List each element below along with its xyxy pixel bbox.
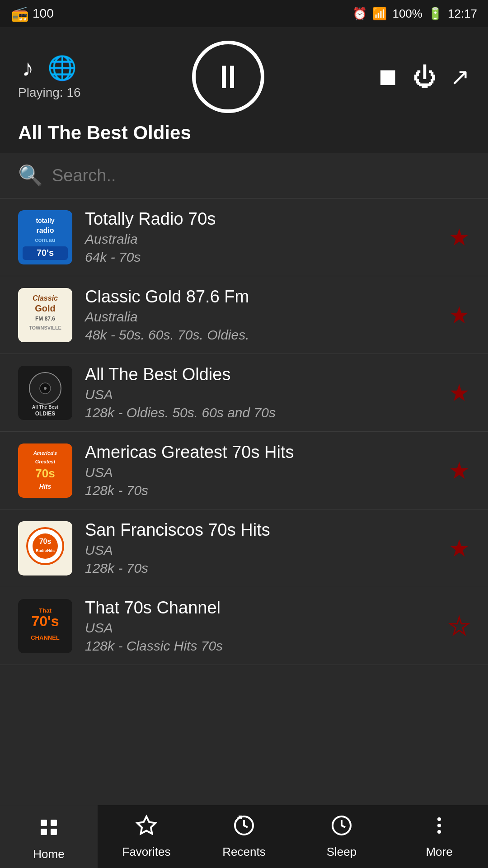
- svg-text:Greatest: Greatest: [35, 459, 56, 464]
- station-item[interactable]: All The Best OLDIES All The Best OldiesU…: [0, 354, 488, 432]
- now-playing-title: All The Best Oldies: [18, 122, 470, 144]
- station-logo: Classic Gold FM 87.6 TOWNSVILLE: [18, 288, 72, 342]
- wifi-icon: 📶: [372, 7, 387, 21]
- sleep-label: Sleep: [327, 845, 357, 859]
- svg-marker-35: [137, 816, 155, 834]
- svg-text:70's: 70's: [32, 613, 59, 629]
- recents-label: Recents: [222, 845, 265, 859]
- status-bar: 📻 100 ⏰ 📶 100% 🔋 12:17: [0, 0, 488, 27]
- station-logo: All The Best OLDIES: [18, 366, 72, 420]
- svg-text:FM 87.6: FM 87.6: [35, 316, 55, 322]
- svg-rect-33: [51, 820, 57, 826]
- battery-icon: 🔋: [428, 7, 442, 21]
- search-container: 🔍: [0, 153, 488, 198]
- station-item[interactable]: 70s RadioHits San Franciscos 70s HitsUSA…: [0, 509, 488, 587]
- station-logo: totally radio com.au 70's: [18, 210, 72, 264]
- favorite-star[interactable]: ★: [449, 613, 470, 640]
- favorite-star[interactable]: ★: [449, 224, 470, 251]
- station-item[interactable]: That 70's CHANNEL That 70s ChannelUSA128…: [0, 587, 488, 665]
- station-item[interactable]: totally radio com.au 70's Totally Radio …: [0, 198, 488, 276]
- station-details: 128k - Oldies. 50s. 60s and 70s: [85, 405, 436, 420]
- svg-text:All The Best: All The Best: [32, 405, 58, 410]
- search-icon: 🔍: [18, 164, 43, 187]
- svg-text:CHANNEL: CHANNEL: [31, 634, 60, 641]
- home-icon: [38, 817, 60, 844]
- favorite-star[interactable]: ★: [449, 535, 470, 562]
- search-input[interactable]: [52, 166, 470, 185]
- player-section: ♪ 🌐 Playing: 16 ⏸ ⏹ ⏻ ↗ All The Best Old…: [0, 27, 488, 198]
- svg-text:70's: 70's: [37, 248, 54, 258]
- station-details: 48k - 50s. 60s. 70s. Oldies.: [85, 327, 436, 343]
- nav-recents[interactable]: Recents: [195, 815, 293, 859]
- station-logo: That 70's CHANNEL: [18, 599, 72, 653]
- station-item[interactable]: America's Greatest 70s Hits Americas Gre…: [0, 432, 488, 509]
- svg-text:70s: 70s: [39, 538, 52, 545]
- svg-rect-34: [51, 829, 57, 835]
- nav-more[interactable]: More: [390, 815, 488, 859]
- battery-percent: 100%: [392, 7, 422, 21]
- station-info: San Franciscos 70s HitsUSA128k - 70s: [85, 520, 436, 576]
- svg-point-39: [437, 824, 441, 827]
- clock: 12:17: [448, 7, 477, 21]
- sleep-icon: [331, 815, 352, 841]
- svg-text:radio: radio: [36, 226, 54, 234]
- station-name: Classic Gold 87.6 Fm: [85, 287, 436, 307]
- station-name: Totally Radio 70s: [85, 209, 436, 229]
- share-icon[interactable]: ↗: [450, 63, 470, 90]
- station-item[interactable]: Classic Gold FM 87.6 TOWNSVILLE Classic …: [0, 276, 488, 354]
- station-name: Americas Greatest 70s Hits: [85, 443, 436, 462]
- svg-rect-31: [41, 820, 47, 826]
- station-name: San Franciscos 70s Hits: [85, 520, 436, 540]
- alarm-icon: ⏰: [352, 7, 367, 21]
- station-info: That 70s ChannelUSA128k - Classic Hits 7…: [85, 598, 436, 654]
- svg-rect-32: [41, 829, 47, 835]
- svg-text:Classic: Classic: [33, 294, 58, 302]
- more-label: More: [426, 845, 452, 859]
- svg-text:Hits: Hits: [39, 483, 52, 490]
- station-details: 64k - 70s: [85, 250, 436, 265]
- svg-text:com.au: com.au: [35, 236, 56, 243]
- station-country: USA: [85, 465, 436, 480]
- playing-label: Playing: 16: [18, 85, 81, 100]
- station-country: Australia: [85, 309, 436, 325]
- station-list: totally radio com.au 70's Totally Radio …: [0, 198, 488, 805]
- svg-text:OLDIES: OLDIES: [35, 410, 56, 417]
- home-label: Home: [33, 847, 64, 861]
- pause-icon: ⏸: [212, 61, 244, 93]
- player-right-icons: ⏹ ⏻ ↗: [376, 63, 470, 90]
- svg-text:totally: totally: [36, 217, 54, 224]
- more-icon: [428, 815, 450, 841]
- svg-text:70s: 70s: [35, 467, 55, 480]
- favorite-star[interactable]: ★: [449, 457, 470, 484]
- pause-button[interactable]: ⏸: [192, 41, 264, 113]
- music-icon-wrap: ♪ 🌐: [22, 54, 77, 82]
- nav-favorites[interactable]: Favorites: [98, 815, 195, 859]
- recents-icon: [233, 815, 255, 841]
- favorite-star[interactable]: ★: [449, 302, 470, 329]
- power-icon[interactable]: ⏻: [413, 63, 436, 90]
- station-name: All The Best Oldies: [85, 365, 436, 384]
- favorites-label: Favorites: [122, 845, 171, 859]
- status-right: ⏰ 📶 100% 🔋 12:17: [352, 7, 477, 21]
- station-logo: 70s RadioHits: [18, 521, 72, 576]
- favorite-star[interactable]: ★: [449, 379, 470, 406]
- station-info: All The Best OldiesUSA128k - Oldies. 50s…: [85, 365, 436, 420]
- nav-home[interactable]: Home: [0, 805, 98, 868]
- main-content: ♪ 🌐 Playing: 16 ⏸ ⏹ ⏻ ↗ All The Best Old…: [0, 27, 488, 805]
- station-info: Totally Radio 70sAustralia64k - 70s: [85, 209, 436, 265]
- svg-text:America's: America's: [33, 450, 57, 456]
- stop-icon[interactable]: ⏹: [376, 63, 399, 90]
- svg-point-38: [437, 817, 441, 821]
- svg-text:RadioHits: RadioHits: [36, 548, 55, 553]
- signal-strength: 100: [33, 6, 54, 21]
- svg-point-14: [44, 387, 47, 390]
- status-left: 📻 100: [11, 5, 54, 22]
- station-country: USA: [85, 387, 436, 402]
- app-icon: 📻: [11, 5, 29, 22]
- station-info: Americas Greatest 70s HitsUSA128k - 70s: [85, 443, 436, 498]
- nav-sleep[interactable]: Sleep: [293, 815, 390, 859]
- station-country: Australia: [85, 231, 436, 247]
- music-icon[interactable]: ♪: [22, 54, 34, 81]
- globe-icon[interactable]: 🌐: [47, 54, 77, 82]
- player-header: ♪ 🌐 Playing: 16 ⏸ ⏹ ⏻ ↗ All The Best Old…: [0, 27, 488, 153]
